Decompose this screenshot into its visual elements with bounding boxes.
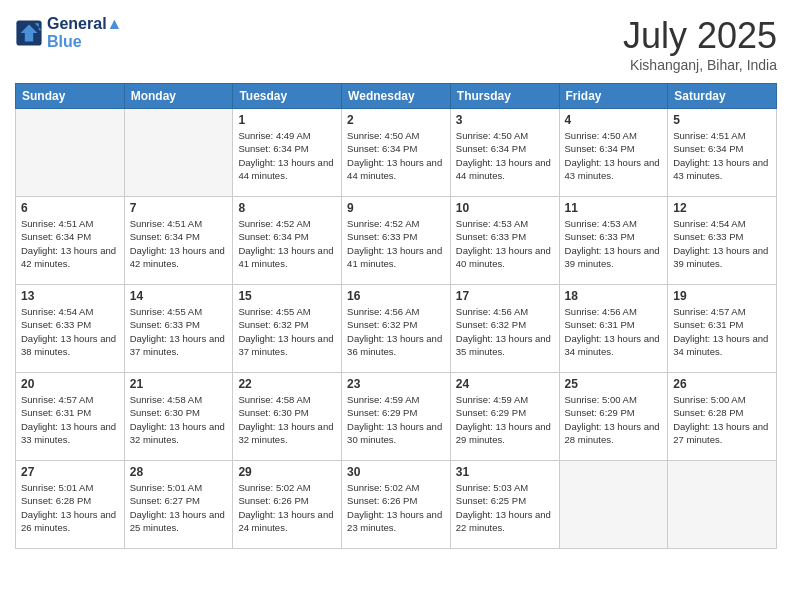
day-number: 19: [673, 289, 771, 303]
calendar-cell: 10Sunrise: 4:53 AM Sunset: 6:33 PM Dayli…: [450, 197, 559, 285]
location-subtitle: Kishanganj, Bihar, India: [623, 57, 777, 73]
day-info: Sunrise: 5:00 AM Sunset: 6:28 PM Dayligh…: [673, 393, 771, 446]
week-row-1: 1Sunrise: 4:49 AM Sunset: 6:34 PM Daylig…: [16, 109, 777, 197]
day-info: Sunrise: 5:01 AM Sunset: 6:27 PM Dayligh…: [130, 481, 228, 534]
day-info: Sunrise: 4:54 AM Sunset: 6:33 PM Dayligh…: [21, 305, 119, 358]
day-info: Sunrise: 4:56 AM Sunset: 6:31 PM Dayligh…: [565, 305, 663, 358]
day-info: Sunrise: 4:54 AM Sunset: 6:33 PM Dayligh…: [673, 217, 771, 270]
day-info: Sunrise: 4:55 AM Sunset: 6:32 PM Dayligh…: [238, 305, 336, 358]
calendar-table: SundayMondayTuesdayWednesdayThursdayFrid…: [15, 83, 777, 549]
day-info: Sunrise: 4:59 AM Sunset: 6:29 PM Dayligh…: [347, 393, 445, 446]
calendar-cell: 17Sunrise: 4:56 AM Sunset: 6:32 PM Dayli…: [450, 285, 559, 373]
day-number: 14: [130, 289, 228, 303]
calendar-cell: 14Sunrise: 4:55 AM Sunset: 6:33 PM Dayli…: [124, 285, 233, 373]
day-info: Sunrise: 4:50 AM Sunset: 6:34 PM Dayligh…: [456, 129, 554, 182]
calendar-cell: 28Sunrise: 5:01 AM Sunset: 6:27 PM Dayli…: [124, 461, 233, 549]
day-number: 23: [347, 377, 445, 391]
weekday-header-monday: Monday: [124, 84, 233, 109]
week-row-4: 20Sunrise: 4:57 AM Sunset: 6:31 PM Dayli…: [16, 373, 777, 461]
logo-text: General▲ Blue: [47, 15, 122, 52]
header: General▲ Blue July 2025 Kishanganj, Biha…: [15, 15, 777, 73]
calendar-cell: [559, 461, 668, 549]
calendar-cell: 2Sunrise: 4:50 AM Sunset: 6:34 PM Daylig…: [342, 109, 451, 197]
day-number: 4: [565, 113, 663, 127]
calendar-page: General▲ Blue July 2025 Kishanganj, Biha…: [0, 0, 792, 612]
day-info: Sunrise: 4:51 AM Sunset: 6:34 PM Dayligh…: [130, 217, 228, 270]
day-info: Sunrise: 4:51 AM Sunset: 6:34 PM Dayligh…: [673, 129, 771, 182]
day-info: Sunrise: 4:50 AM Sunset: 6:34 PM Dayligh…: [347, 129, 445, 182]
weekday-header-tuesday: Tuesday: [233, 84, 342, 109]
day-info: Sunrise: 4:50 AM Sunset: 6:34 PM Dayligh…: [565, 129, 663, 182]
day-number: 10: [456, 201, 554, 215]
day-number: 3: [456, 113, 554, 127]
day-number: 15: [238, 289, 336, 303]
day-number: 18: [565, 289, 663, 303]
weekday-header-wednesday: Wednesday: [342, 84, 451, 109]
calendar-cell: 18Sunrise: 4:56 AM Sunset: 6:31 PM Dayli…: [559, 285, 668, 373]
title-section: July 2025 Kishanganj, Bihar, India: [623, 15, 777, 73]
week-row-3: 13Sunrise: 4:54 AM Sunset: 6:33 PM Dayli…: [16, 285, 777, 373]
calendar-cell: 12Sunrise: 4:54 AM Sunset: 6:33 PM Dayli…: [668, 197, 777, 285]
weekday-header-thursday: Thursday: [450, 84, 559, 109]
calendar-cell: 20Sunrise: 4:57 AM Sunset: 6:31 PM Dayli…: [16, 373, 125, 461]
calendar-cell: 22Sunrise: 4:58 AM Sunset: 6:30 PM Dayli…: [233, 373, 342, 461]
calendar-cell: 11Sunrise: 4:53 AM Sunset: 6:33 PM Dayli…: [559, 197, 668, 285]
day-info: Sunrise: 4:58 AM Sunset: 6:30 PM Dayligh…: [238, 393, 336, 446]
calendar-cell: 23Sunrise: 4:59 AM Sunset: 6:29 PM Dayli…: [342, 373, 451, 461]
calendar-cell: 8Sunrise: 4:52 AM Sunset: 6:34 PM Daylig…: [233, 197, 342, 285]
calendar-cell: 15Sunrise: 4:55 AM Sunset: 6:32 PM Dayli…: [233, 285, 342, 373]
calendar-cell: 26Sunrise: 5:00 AM Sunset: 6:28 PM Dayli…: [668, 373, 777, 461]
weekday-header-saturday: Saturday: [668, 84, 777, 109]
calendar-cell: 6Sunrise: 4:51 AM Sunset: 6:34 PM Daylig…: [16, 197, 125, 285]
day-info: Sunrise: 4:56 AM Sunset: 6:32 PM Dayligh…: [456, 305, 554, 358]
day-number: 7: [130, 201, 228, 215]
weekday-header-row: SundayMondayTuesdayWednesdayThursdayFrid…: [16, 84, 777, 109]
day-info: Sunrise: 5:01 AM Sunset: 6:28 PM Dayligh…: [21, 481, 119, 534]
day-number: 16: [347, 289, 445, 303]
day-info: Sunrise: 5:02 AM Sunset: 6:26 PM Dayligh…: [238, 481, 336, 534]
day-info: Sunrise: 4:55 AM Sunset: 6:33 PM Dayligh…: [130, 305, 228, 358]
day-info: Sunrise: 4:58 AM Sunset: 6:30 PM Dayligh…: [130, 393, 228, 446]
day-number: 17: [456, 289, 554, 303]
calendar-cell: 5Sunrise: 4:51 AM Sunset: 6:34 PM Daylig…: [668, 109, 777, 197]
calendar-cell: 24Sunrise: 4:59 AM Sunset: 6:29 PM Dayli…: [450, 373, 559, 461]
week-row-5: 27Sunrise: 5:01 AM Sunset: 6:28 PM Dayli…: [16, 461, 777, 549]
calendar-cell: 30Sunrise: 5:02 AM Sunset: 6:26 PM Dayli…: [342, 461, 451, 549]
calendar-cell: 25Sunrise: 5:00 AM Sunset: 6:29 PM Dayli…: [559, 373, 668, 461]
day-number: 8: [238, 201, 336, 215]
day-number: 12: [673, 201, 771, 215]
day-number: 1: [238, 113, 336, 127]
day-number: 24: [456, 377, 554, 391]
week-row-2: 6Sunrise: 4:51 AM Sunset: 6:34 PM Daylig…: [16, 197, 777, 285]
day-info: Sunrise: 5:02 AM Sunset: 6:26 PM Dayligh…: [347, 481, 445, 534]
day-info: Sunrise: 4:51 AM Sunset: 6:34 PM Dayligh…: [21, 217, 119, 270]
calendar-cell: [668, 461, 777, 549]
day-info: Sunrise: 4:52 AM Sunset: 6:33 PM Dayligh…: [347, 217, 445, 270]
day-number: 11: [565, 201, 663, 215]
calendar-cell: 9Sunrise: 4:52 AM Sunset: 6:33 PM Daylig…: [342, 197, 451, 285]
day-number: 6: [21, 201, 119, 215]
day-info: Sunrise: 4:59 AM Sunset: 6:29 PM Dayligh…: [456, 393, 554, 446]
day-info: Sunrise: 4:57 AM Sunset: 6:31 PM Dayligh…: [673, 305, 771, 358]
weekday-header-friday: Friday: [559, 84, 668, 109]
day-info: Sunrise: 4:56 AM Sunset: 6:32 PM Dayligh…: [347, 305, 445, 358]
day-number: 21: [130, 377, 228, 391]
weekday-header-sunday: Sunday: [16, 84, 125, 109]
month-title: July 2025: [623, 15, 777, 57]
day-number: 28: [130, 465, 228, 479]
calendar-cell: 21Sunrise: 4:58 AM Sunset: 6:30 PM Dayli…: [124, 373, 233, 461]
logo-icon: [15, 19, 43, 47]
logo: General▲ Blue: [15, 15, 122, 52]
day-number: 22: [238, 377, 336, 391]
calendar-cell: 16Sunrise: 4:56 AM Sunset: 6:32 PM Dayli…: [342, 285, 451, 373]
calendar-cell: [16, 109, 125, 197]
calendar-cell: 7Sunrise: 4:51 AM Sunset: 6:34 PM Daylig…: [124, 197, 233, 285]
day-number: 27: [21, 465, 119, 479]
day-info: Sunrise: 5:03 AM Sunset: 6:25 PM Dayligh…: [456, 481, 554, 534]
calendar-cell: 1Sunrise: 4:49 AM Sunset: 6:34 PM Daylig…: [233, 109, 342, 197]
day-info: Sunrise: 4:53 AM Sunset: 6:33 PM Dayligh…: [565, 217, 663, 270]
day-number: 25: [565, 377, 663, 391]
day-number: 2: [347, 113, 445, 127]
day-info: Sunrise: 4:49 AM Sunset: 6:34 PM Dayligh…: [238, 129, 336, 182]
calendar-cell: 13Sunrise: 4:54 AM Sunset: 6:33 PM Dayli…: [16, 285, 125, 373]
